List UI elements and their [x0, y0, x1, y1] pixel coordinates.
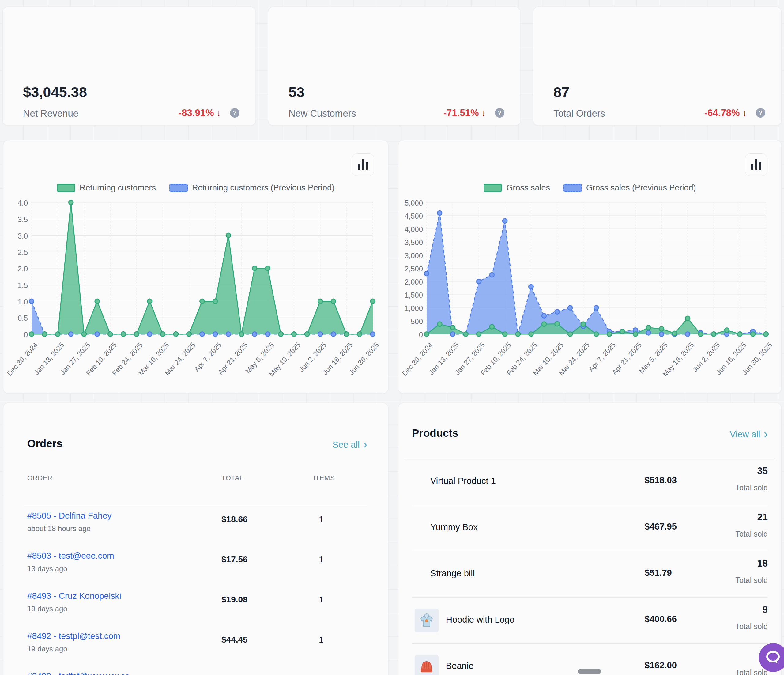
data-point[interactable] — [476, 332, 481, 337]
data-point[interactable] — [594, 306, 599, 310]
data-point[interactable] — [646, 325, 651, 330]
data-point[interactable] — [292, 332, 296, 337]
data-point[interactable] — [82, 332, 86, 337]
data-point[interactable] — [581, 322, 586, 327]
data-point[interactable] — [437, 211, 442, 215]
chart-type-button[interactable] — [745, 154, 767, 176]
data-point[interactable] — [542, 313, 546, 318]
data-point[interactable] — [725, 328, 729, 333]
order-link[interactable]: #8493 - Cruz Konopelski — [27, 591, 121, 601]
data-point[interactable] — [147, 299, 152, 303]
data-point[interactable] — [529, 285, 533, 289]
data-point[interactable] — [331, 299, 336, 303]
data-point[interactable] — [711, 332, 716, 337]
list-item[interactable]: Hoodie with Logo $400.66 9 Total sold — [412, 597, 768, 644]
data-point[interactable] — [516, 332, 520, 337]
legend-item[interactable]: Returning customers — [57, 183, 156, 193]
see-all-link[interactable]: See all › — [333, 440, 367, 450]
data-point[interactable] — [226, 332, 230, 337]
data-point[interactable] — [252, 332, 257, 337]
data-point[interactable] — [174, 332, 178, 337]
data-point[interactable] — [358, 332, 362, 337]
data-point[interactable] — [108, 332, 113, 337]
data-point[interactable] — [134, 332, 139, 337]
data-point[interactable] — [737, 332, 742, 337]
data-point[interactable] — [318, 332, 322, 337]
data-point[interactable] — [660, 327, 664, 331]
data-point[interactable] — [476, 279, 481, 284]
legend-item[interactable]: Gross sales (Previous Period) — [563, 183, 696, 193]
data-point[interactable] — [633, 332, 638, 337]
data-point[interactable] — [464, 332, 468, 337]
data-point[interactable] — [555, 310, 560, 314]
data-point[interactable] — [594, 332, 599, 337]
data-point[interactable] — [30, 299, 34, 303]
data-point[interactable] — [502, 219, 507, 223]
help-icon[interactable]: ? — [756, 108, 765, 118]
data-point[interactable] — [764, 332, 768, 337]
data-point[interactable] — [344, 332, 349, 337]
data-point[interactable] — [239, 332, 244, 337]
data-point[interactable] — [95, 332, 100, 337]
data-point[interactable] — [226, 233, 230, 238]
data-point[interactable] — [55, 332, 60, 337]
data-point[interactable] — [542, 322, 546, 327]
data-point[interactable] — [266, 266, 270, 271]
data-point[interactable] — [620, 329, 625, 334]
list-item[interactable]: Yummy Box $467.95 21 Total sold — [412, 505, 768, 551]
data-point[interactable] — [68, 332, 73, 337]
data-point[interactable] — [490, 272, 494, 277]
list-item[interactable]: Virtual Product 1 $518.03 35 Total sold — [412, 459, 768, 505]
data-point[interactable] — [646, 330, 651, 335]
data-point[interactable] — [568, 306, 572, 310]
order-link[interactable]: #8492 - testpl@test.com — [27, 631, 120, 641]
horizontal-scrollbar-thumb[interactable] — [577, 669, 602, 674]
legend-item[interactable]: Gross sales — [484, 183, 550, 193]
data-point[interactable] — [147, 332, 152, 337]
data-point[interactable] — [685, 332, 690, 337]
data-point[interactable] — [502, 332, 507, 337]
help-icon[interactable]: ? — [495, 108, 504, 118]
data-point[interactable] — [200, 299, 205, 303]
data-point[interactable] — [121, 332, 126, 337]
data-point[interactable] — [95, 299, 100, 303]
data-point[interactable] — [672, 331, 677, 336]
data-point[interactable] — [266, 332, 270, 337]
data-point[interactable] — [213, 332, 218, 337]
data-point[interactable] — [568, 332, 572, 337]
data-point[interactable] — [425, 271, 429, 276]
data-point[interactable] — [318, 299, 322, 303]
order-link[interactable]: #8503 - test@eee.com — [27, 551, 114, 561]
data-point[interactable] — [607, 332, 611, 337]
data-point[interactable] — [200, 332, 205, 337]
data-point[interactable] — [252, 266, 257, 271]
data-point[interactable] — [213, 299, 218, 303]
data-point[interactable] — [305, 332, 309, 337]
legend-item[interactable]: Returning customers (Previous Period) — [170, 183, 334, 193]
data-point[interactable] — [370, 299, 375, 303]
data-point[interactable] — [437, 322, 442, 327]
data-point[interactable] — [529, 332, 533, 337]
data-point[interactable] — [685, 316, 690, 320]
data-point[interactable] — [698, 332, 703, 337]
data-point[interactable] — [42, 332, 47, 337]
data-point[interactable] — [68, 200, 73, 205]
order-link[interactable]: #8505 - Delfina Fahey — [27, 511, 112, 521]
data-point[interactable] — [187, 332, 191, 337]
data-point[interactable] — [490, 324, 494, 329]
view-all-link[interactable]: View all › — [730, 429, 768, 440]
order-link[interactable]: #8490 - fsdfsf@wwwww.ss — [27, 671, 129, 675]
help-icon[interactable]: ? — [230, 108, 240, 118]
data-point[interactable] — [331, 332, 336, 337]
data-point[interactable] — [451, 325, 455, 330]
data-point[interactable] — [160, 332, 165, 337]
data-point[interactable] — [751, 332, 755, 337]
data-point[interactable] — [660, 332, 664, 337]
data-point[interactable] — [451, 332, 455, 337]
chart-type-button[interactable] — [352, 154, 374, 176]
data-point[interactable] — [30, 332, 34, 337]
data-point[interactable] — [370, 332, 375, 337]
list-item[interactable]: Strange bill $51.79 18 Total sold — [412, 551, 768, 597]
data-point[interactable] — [555, 322, 560, 326]
data-point[interactable] — [279, 332, 283, 337]
